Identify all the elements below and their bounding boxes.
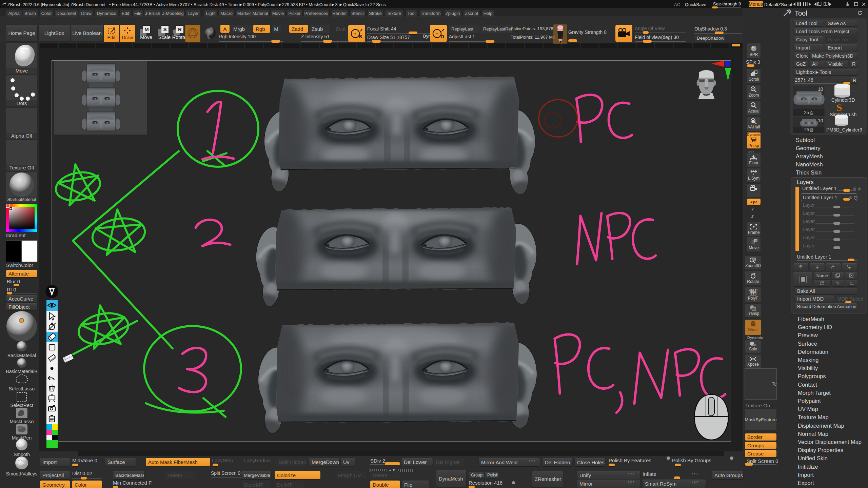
svg-text:S: S [359, 34, 362, 39]
svg-text:D: D [440, 34, 444, 39]
svg-text:Line Fill: Line Fill [749, 288, 757, 291]
svg-text:+: + [436, 32, 438, 36]
svg-text:x1: x1 [752, 104, 755, 107]
svg-text:+: + [354, 32, 356, 36]
